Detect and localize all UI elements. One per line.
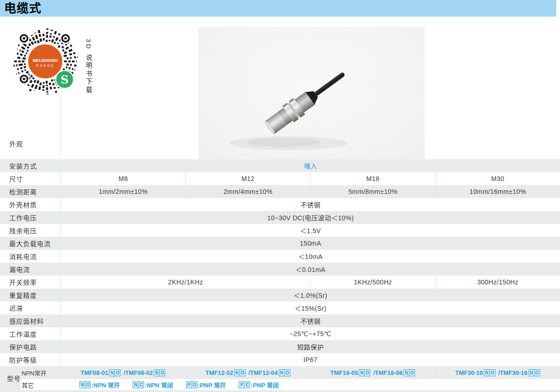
row-label: 检测距离 (0, 185, 60, 198)
legend-item-po: PO :PNP 常开 (185, 380, 226, 389)
spec-cell: ＜0.01mA (60, 263, 560, 276)
qr-eye-bottom-left (18, 73, 30, 84)
spec-row-sensing-face-material: 感应面材料 不锈钢 (0, 314, 560, 327)
no-badge: NO (279, 369, 290, 376)
row-label: 开关频率 (0, 276, 60, 289)
legend-item-no: NO :NPN 常开 (78, 380, 120, 389)
spec-cell: 2mm/4mm±10% (186, 185, 311, 198)
spec-row-residual-voltage: 残余电压 ＜1.5V (0, 224, 560, 237)
spec-cell: 10mm/16mm±10% (435, 185, 560, 198)
model-number: TMF08-01 (80, 369, 108, 376)
row-label: 安装方式 (0, 159, 60, 172)
model-number: TMF30-10 (455, 369, 483, 376)
no-badge: NO (359, 369, 370, 376)
spec-row-hysteresis: 迟滞 ＜15%(Sr) (0, 302, 560, 314)
proximity-sensor-image (199, 27, 425, 159)
model-row-other: 其它 NO :NPN 常开 NC :NPN 常闭 PO :PNP 常开 (21, 379, 560, 390)
no-badge: NO (109, 369, 120, 376)
spec-row-size: 尺寸 M8 M12 M18 M30 (0, 172, 560, 185)
row-label: 工作电压 (0, 211, 60, 224)
model-cell-m8: TMF08-01 NO /TMF08-02 NO (60, 366, 186, 379)
spec-row-protection-circuit: 保护电路 短路保护 (0, 340, 560, 353)
spec-cell: −25℃~+75℃ (60, 327, 560, 340)
model-number: TMF12-02 (205, 369, 233, 376)
model-number: /TMF12-04 (248, 369, 278, 376)
spec-cell: M30 (435, 172, 560, 185)
pc-badge: PC (239, 381, 250, 388)
row-label: 防护等级 (0, 353, 60, 366)
spec-cell: 短路保护 (60, 340, 560, 353)
legend-item-nc: NC :NPN 常闭 (132, 380, 173, 389)
qr-brand-text: MEIJIDENKI (33, 58, 58, 63)
spec-cell: M12 (186, 172, 311, 185)
po-badge: PO (186, 381, 198, 388)
miniprogram-glyph: S (60, 73, 68, 86)
spec-row-switching-frequency: 开关频率 2KHz/1KHz 1KHz/500Hz 300Hz/150Hz (0, 276, 560, 289)
spec-cell: 2KHz/1KHz (60, 276, 310, 289)
no-badge: NO (403, 369, 415, 376)
wechat-miniprogram-icon: S (56, 71, 74, 89)
no-badge: NO (154, 369, 165, 376)
row-label: 保护电路 (0, 340, 60, 353)
spec-cell: ＜10mA (60, 250, 560, 263)
spec-cell: 不锈钢 (60, 198, 560, 211)
spec-cell: ＜1.5V (60, 224, 560, 237)
model-number: /TMF18-08 (373, 369, 403, 376)
row-label: 尺寸 (0, 172, 60, 185)
model-cell-m30: TMF30-10 NO /TMF30-16 NO (435, 366, 560, 379)
section-title-bar: 电缆式 (0, 0, 556, 17)
spec-cell: 5mm/8mm±10% (310, 185, 435, 198)
legend-item-pc: PC :PNP 常闭 (238, 380, 278, 389)
spec-row-max-load-current: 最大负载电流 150mA (0, 237, 560, 250)
no-badge: NO (79, 381, 91, 388)
model-number: /TMF08-02 (123, 369, 153, 376)
spec-row-operating-temperature: 工作温度 −25℃~+75℃ (0, 327, 560, 340)
no-badge: NO (529, 369, 540, 376)
row-label: 消耗电流 (0, 250, 60, 263)
nc-badge: NC (132, 381, 144, 388)
model-number: /TMF30-16 (498, 369, 528, 376)
spec-row-protection-rating: 防护等级 IP67 (0, 353, 560, 366)
spec-cell: 300Hz/150Hz (435, 276, 560, 289)
spec-row-leakage-current: 漏电流 ＜0.01mA (0, 263, 560, 276)
spec-row-mounting: 安装方式 埋入 (0, 159, 560, 172)
model-sublabel: NPN常开 (21, 366, 60, 379)
spec-cell: 10~30V DC(电压波动＜10%) (60, 211, 560, 224)
row-label: 迟滞 (0, 302, 60, 314)
model-row-npn-no: NPN常开 TMF08-01 NO /TMF08-02 NO TMF12-02 … (21, 366, 560, 379)
qr-brand-subtext: 明治传感器 (36, 64, 54, 67)
qr-caption: 3D 说明书下载 (84, 39, 93, 95)
qr-eye-top-right (60, 33, 71, 44)
next-row-edge (0, 390, 560, 392)
qr-code: MEIJIDENKI 明治传感器 S (10, 26, 79, 96)
output-type-legend: NO :NPN 常开 NC :NPN 常闭 PO :PNP 常开 PC :PNP… (60, 379, 560, 390)
product-photo (199, 27, 425, 159)
model-label: 型号 (0, 366, 21, 390)
spec-cell: 1KHz/500Hz (310, 276, 435, 289)
model-sublabel: 其它 (21, 379, 60, 390)
row-label: 外壳材质 (0, 198, 60, 211)
spec-cell: 150mA (60, 237, 560, 250)
model-number: TMF18-05 (330, 369, 358, 376)
spec-cell: ＜1.0%(Sr) (60, 289, 560, 302)
page-title: 电缆式 (0, 0, 42, 17)
qr-eye-top-left (18, 33, 30, 44)
spec-row-current-consumption: 消耗电流 ＜10mA (0, 250, 560, 263)
spec-cell: 1mm/2mm±10% (60, 185, 186, 198)
spec-row-sensing-distance: 检测距离 1mm/2mm±10% 2mm/4mm±10% 5mm/8mm±10%… (0, 185, 560, 198)
spec-cell: M18 (310, 172, 435, 185)
row-label: 漏电流 (0, 263, 60, 276)
row-label: 重复精度 (0, 289, 60, 302)
no-badge: NO (234, 369, 246, 376)
spec-row-operating-voltage: 工作电压 10~30V DC(电压波动＜10%) (0, 211, 560, 224)
row-label: 工作温度 (0, 327, 60, 340)
model-section: 型号 NPN常开 TMF08-01 NO /TMF08-02 NO TMF12-… (0, 366, 560, 390)
spec-cell: M8 (60, 172, 186, 185)
spec-cell: 不锈钢 (60, 314, 560, 327)
spec-cell: ＜15%(Sr) (60, 302, 560, 314)
spec-row-repeatability: 重复精度 ＜1.0%(Sr) (0, 289, 560, 302)
no-badge: NO (484, 369, 495, 376)
model-cell-m18: TMF18-05 NO /TMF18-08 NO (310, 366, 435, 379)
spec-row-housing-material: 外壳材质 不锈钢 (0, 198, 560, 211)
row-label: 残余电压 (0, 224, 60, 237)
